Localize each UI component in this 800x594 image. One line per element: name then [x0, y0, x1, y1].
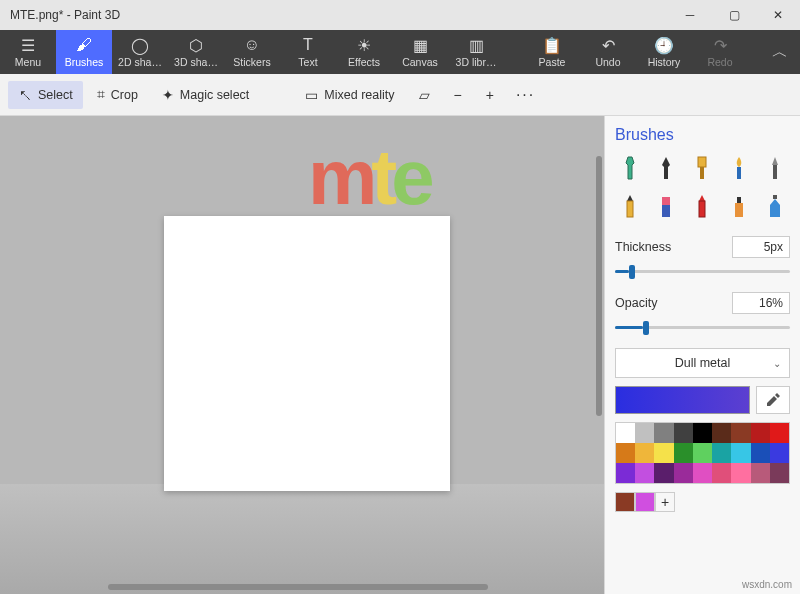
color-swatch[interactable]	[712, 423, 731, 443]
color-swatch[interactable]	[693, 443, 712, 463]
brush-pencil[interactable]	[615, 192, 645, 222]
brush-spray[interactable]	[724, 192, 754, 222]
history-button[interactable]: 🕘History	[636, 30, 692, 74]
color-swatch[interactable]	[616, 443, 635, 463]
svg-rect-8	[699, 201, 705, 217]
more-button[interactable]: ···	[508, 86, 543, 104]
brush-eraser[interactable]	[651, 192, 681, 222]
mte-text-object[interactable]: mte	[308, 132, 429, 223]
maximize-button[interactable]: ▢	[712, 0, 756, 30]
tab-effects[interactable]: ☀Effects	[336, 30, 392, 74]
panel-title: Brushes	[615, 126, 790, 144]
color-swatch[interactable]	[751, 423, 770, 443]
color-swatch[interactable]	[616, 463, 635, 483]
color-swatch[interactable]	[712, 443, 731, 463]
canvas-floor	[0, 484, 604, 594]
minimize-button[interactable]: ─	[668, 0, 712, 30]
color-swatch[interactable]	[770, 443, 789, 463]
color-swatch[interactable]	[654, 423, 673, 443]
select-tool[interactable]: ⭦Select	[8, 81, 83, 109]
minus-icon: −	[454, 87, 462, 103]
crop-icon: ⌗	[97, 86, 105, 103]
paste-button[interactable]: 📋Paste	[524, 30, 580, 74]
opacity-slider[interactable]	[615, 318, 790, 336]
color-swatch[interactable]	[674, 443, 693, 463]
color-swatch[interactable]	[635, 443, 654, 463]
color-swatch[interactable]	[635, 463, 654, 483]
tab-canvas[interactable]: ▦Canvas	[392, 30, 448, 74]
brush-fill[interactable]	[760, 192, 790, 222]
brush-pixel[interactable]	[760, 154, 790, 184]
color-swatch[interactable]	[731, 423, 750, 443]
current-color-swatch[interactable]	[615, 386, 750, 414]
color-swatch[interactable]	[693, 423, 712, 443]
menu-button[interactable]: ☰Menu	[0, 30, 56, 74]
opacity-input[interactable]: 16%	[732, 292, 790, 314]
titlebar: MTE.png* - Paint 3D ─ ▢ ✕	[0, 0, 800, 30]
color-swatch[interactable]	[731, 463, 750, 483]
crop-tool[interactable]: ⌗Crop	[87, 80, 148, 109]
color-swatch[interactable]	[635, 423, 654, 443]
collapse-ribbon-button[interactable]: ︿	[760, 30, 800, 74]
opacity-label: Opacity	[615, 296, 657, 310]
window-controls: ─ ▢ ✕	[668, 0, 800, 30]
material-dropdown[interactable]: Dull metal ⌄	[615, 348, 790, 378]
color-swatch[interactable]	[674, 423, 693, 443]
zoom-in-button[interactable]: +	[476, 81, 504, 109]
magic-icon: ✦	[162, 87, 174, 103]
window-title: MTE.png* - Paint 3D	[10, 8, 120, 22]
tab-stickers[interactable]: ☺Stickers	[224, 30, 280, 74]
plus-icon: +	[486, 87, 494, 103]
menu-icon: ☰	[21, 36, 35, 54]
undo-button[interactable]: ↶Undo	[580, 30, 636, 74]
flag-tool[interactable]: ▱	[409, 81, 440, 109]
svg-rect-4	[773, 165, 777, 179]
color-swatch[interactable]	[616, 423, 635, 443]
svg-rect-2	[700, 167, 704, 179]
color-swatch[interactable]	[674, 463, 693, 483]
tab-text[interactable]: TText	[280, 30, 336, 74]
close-button[interactable]: ✕	[756, 0, 800, 30]
watermark: wsxdn.com	[742, 579, 792, 590]
canvas-area[interactable]: mte	[0, 116, 604, 594]
brush-oil[interactable]	[687, 154, 717, 184]
svg-rect-5	[627, 201, 633, 217]
secondary-toolbar: ⭦Select ⌗Crop ✦Magic select ▭Mixed reali…	[0, 74, 800, 116]
opacity-row: Opacity 16%	[615, 292, 790, 314]
redo-button[interactable]: ↷Redo	[692, 30, 748, 74]
canvas-surface[interactable]	[164, 216, 450, 491]
add-color-button[interactable]: +	[655, 492, 675, 512]
tab-brushes[interactable]: 🖌Brushes	[56, 30, 112, 74]
color-swatch[interactable]	[770, 423, 789, 443]
main: mte Brushes Thickness 5px Opacity	[0, 116, 800, 594]
tab-3d-shapes[interactable]: ⬡3D sha…	[168, 30, 224, 74]
color-swatch[interactable]	[654, 463, 673, 483]
brush-watercolor[interactable]	[724, 154, 754, 184]
eyedropper-button[interactable]	[756, 386, 790, 414]
sticker-icon: ☺	[244, 36, 260, 54]
mr-icon: ▭	[305, 87, 318, 103]
vertical-scrollbar[interactable]	[596, 156, 602, 416]
brush-crayon[interactable]	[687, 192, 717, 222]
mixed-reality-tool[interactable]: ▭Mixed reality	[295, 81, 404, 109]
thickness-input[interactable]: 5px	[732, 236, 790, 258]
brush-calligraphy[interactable]	[651, 154, 681, 184]
tab-3d-library[interactable]: ▥3D libr…	[448, 30, 504, 74]
horizontal-scrollbar[interactable]	[108, 584, 488, 590]
color-swatch[interactable]	[731, 443, 750, 463]
color-swatch[interactable]	[654, 443, 673, 463]
svg-rect-12	[773, 195, 777, 199]
brush-marker[interactable]	[615, 154, 645, 184]
custom-color-swatch[interactable]	[615, 492, 635, 512]
color-swatch[interactable]	[712, 463, 731, 483]
color-swatch[interactable]	[751, 463, 770, 483]
tab-2d-shapes[interactable]: ◯2D sha…	[112, 30, 168, 74]
custom-color-swatch[interactable]	[635, 492, 655, 512]
thickness-slider[interactable]	[615, 262, 790, 280]
color-swatch[interactable]	[751, 443, 770, 463]
magic-select-tool[interactable]: ✦Magic select	[152, 81, 259, 109]
brush-icon: 🖌	[76, 36, 92, 54]
color-swatch[interactable]	[770, 463, 789, 483]
zoom-out-button[interactable]: −	[444, 81, 472, 109]
color-swatch[interactable]	[693, 463, 712, 483]
